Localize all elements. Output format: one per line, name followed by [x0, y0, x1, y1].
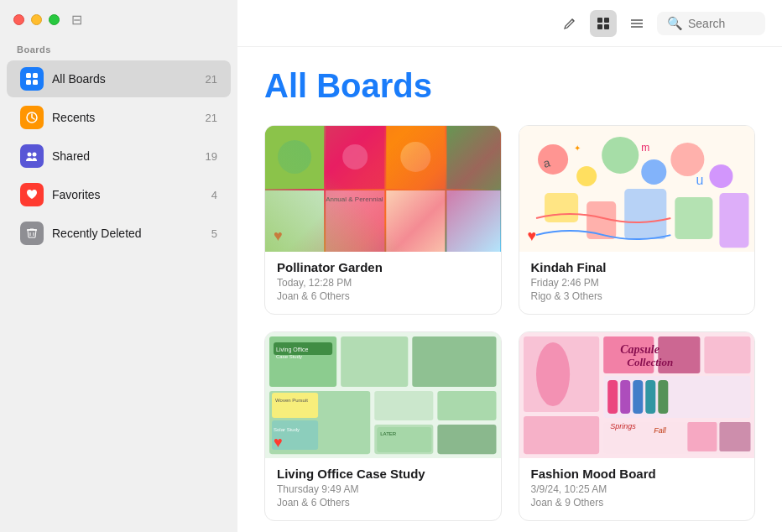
svg-point-34 [670, 143, 704, 176]
search-input[interactable] [688, 17, 755, 30]
svg-rect-2 [26, 80, 31, 85]
svg-rect-50 [374, 391, 433, 420]
board-members-living: Joan & 6 Others [277, 497, 489, 509]
sidebar-item-recents-label: Recents [52, 111, 206, 124]
svg-rect-12 [597, 24, 602, 29]
svg-rect-22 [326, 190, 384, 252]
toolbar: 🔍 [237, 0, 782, 47]
board-thumbnail-fashion: Capsule Collection Springs Fall [519, 332, 755, 458]
svg-rect-38 [624, 189, 666, 239]
svg-rect-24 [446, 190, 500, 252]
svg-text:m: m [641, 142, 649, 154]
svg-text:Collection: Collection [627, 356, 673, 368]
board-date-living: Thursday 9:49 AM [277, 483, 489, 495]
svg-rect-10 [597, 18, 602, 23]
svg-text:LATER: LATER [380, 431, 397, 436]
svg-rect-11 [604, 18, 609, 23]
board-date-pollinator: Today, 12:28 PM [277, 277, 489, 289]
svg-rect-77 [719, 422, 750, 451]
svg-rect-0 [26, 73, 31, 78]
shared-icon [20, 144, 44, 168]
board-members-fashion: Joan & 9 Others [531, 497, 743, 509]
board-name-fashion: Fashion Mood Board [531, 467, 743, 481]
board-date-kindah: Friday 2:46 PM [531, 277, 743, 289]
grid-view-button[interactable] [590, 10, 617, 37]
svg-point-26 [342, 144, 368, 170]
sidebar-item-all-boards-count: 21 [206, 73, 217, 86]
board-card-pollinator-garden[interactable]: Annual & Perennial ♥ Pollinator Garden T… [264, 125, 502, 315]
sidebar-item-shared[interactable]: Shared 19 [7, 138, 231, 175]
sidebar-item-favorites-label: Favorites [52, 188, 211, 201]
compose-button[interactable] [556, 10, 583, 37]
svg-rect-39 [675, 197, 712, 239]
svg-rect-67 [704, 336, 750, 373]
board-name-kindah: Kindah Final [531, 260, 743, 274]
svg-text:Annual & Perennial: Annual & Perennial [326, 196, 383, 203]
board-info-pollinator: Pollinator Garden Today, 12:28 PM Joan &… [265, 252, 501, 314]
svg-rect-57 [272, 393, 318, 418]
svg-rect-36 [545, 193, 578, 222]
svg-point-31 [576, 166, 597, 186]
sidebar-item-favorites-count: 4 [211, 189, 217, 201]
board-thumbnail-kindah: a m u ✦ ♥ [519, 126, 755, 252]
svg-rect-70 [620, 380, 630, 414]
sidebar-toggle-icon[interactable]: ⊟ [71, 12, 82, 28]
favorites-icon [20, 183, 44, 206]
svg-text:Capsule: Capsule [620, 343, 659, 356]
minimize-button[interactable] [31, 14, 42, 25]
svg-rect-47 [341, 336, 408, 387]
sidebar-item-recently-deleted[interactable]: Recently Deleted 5 [7, 215, 231, 252]
sidebar-item-recently-deleted-count: 5 [211, 227, 217, 240]
svg-rect-48 [412, 336, 496, 387]
window-controls: ⊟ [0, 0, 237, 36]
sidebar-item-favorites[interactable]: Favorites 4 [7, 176, 231, 213]
board-members-pollinator: Joan & 6 Others [277, 290, 489, 302]
close-button[interactable] [13, 14, 24, 25]
svg-rect-20 [446, 126, 500, 189]
sidebar-item-all-boards[interactable]: All Boards 21 [7, 60, 231, 97]
svg-rect-19 [386, 126, 445, 189]
board-members-kindah: Rigo & 3 Others [531, 290, 743, 302]
maximize-button[interactable] [49, 14, 60, 25]
svg-rect-17 [265, 126, 324, 189]
svg-rect-13 [604, 24, 609, 29]
favorite-badge-kindah: ♥ [528, 227, 537, 245]
sidebar-item-shared-count: 19 [206, 150, 217, 163]
sidebar-section-label: Boards [0, 36, 237, 60]
boards-content: All Boards [237, 47, 782, 532]
svg-text:✦: ✦ [574, 143, 581, 153]
svg-rect-23 [386, 190, 445, 252]
recents-icon [20, 106, 44, 129]
svg-rect-40 [719, 193, 748, 248]
board-card-living-office[interactable]: Living Office Case Study Woven Pursuit S… [264, 331, 502, 521]
board-thumbnail-pollinator: Annual & Perennial ♥ [265, 126, 501, 252]
sidebar-item-recently-deleted-label: Recently Deleted [52, 227, 211, 240]
favorite-badge-living: ♥ [274, 434, 283, 451]
board-thumbnail-living: Living Office Case Study Woven Pursuit S… [265, 332, 501, 458]
search-bar[interactable]: 🔍 [657, 12, 765, 35]
sidebar-item-recents-count: 21 [206, 112, 217, 124]
svg-text:Living Office: Living Office [276, 347, 308, 353]
all-boards-icon [20, 67, 44, 91]
board-info-kindah: Kindah Final Friday 2:46 PM Rigo & 3 Oth… [519, 252, 755, 314]
svg-rect-53 [437, 425, 496, 454]
board-name-pollinator: Pollinator Garden [277, 260, 489, 274]
board-card-fashion-mood[interactable]: Capsule Collection Springs Fall Fashion … [519, 331, 756, 521]
svg-point-35 [709, 164, 732, 188]
svg-text:Springs: Springs [610, 422, 636, 430]
svg-rect-18 [326, 126, 384, 189]
svg-rect-74 [524, 416, 599, 454]
recently-deleted-icon [20, 222, 44, 245]
sidebar-item-recents[interactable]: Recents 21 [7, 99, 231, 136]
svg-point-6 [33, 153, 37, 157]
board-card-kindah-final[interactable]: a m u ✦ ♥ Kindah Final Friday 2:46 PM Ri… [519, 125, 756, 315]
svg-rect-73 [658, 380, 668, 414]
sidebar: ⊟ Boards All Boards 21 Recents 21 [0, 0, 237, 532]
list-view-button[interactable] [623, 10, 650, 37]
svg-rect-21 [265, 190, 324, 252]
svg-point-32 [602, 137, 639, 174]
svg-rect-3 [33, 80, 38, 85]
svg-text:Case Study: Case Study [276, 354, 302, 359]
svg-point-25 [278, 140, 311, 174]
svg-rect-1 [33, 73, 38, 78]
